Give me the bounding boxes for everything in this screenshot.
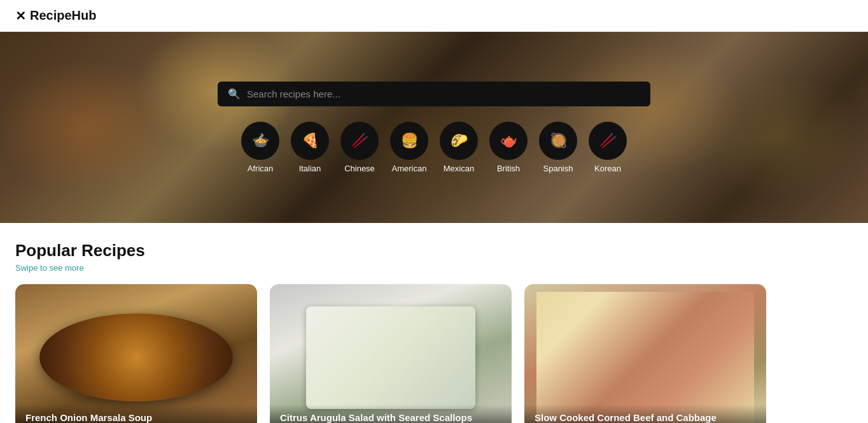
recipe-card-recipe-3[interactable]: Slow Cooked Corned Beef and Cabbage — [524, 284, 766, 423]
recipe-title-bar: Citrus Arugula Salad with Seared Scallop… — [270, 405, 512, 423]
cuisine-item-african[interactable]: 🍲 African — [241, 122, 279, 173]
search-wrapper: 🔍 — [218, 82, 650, 106]
cuisine-icon-chinese: 🥢 — [351, 133, 368, 149]
cuisine-label-chinese: Chinese — [344, 164, 375, 173]
cuisine-item-chinese[interactable]: 🥢 Chinese — [340, 122, 379, 173]
cuisine-circle-british: 🫖 — [489, 122, 528, 160]
search-input[interactable] — [247, 89, 640, 99]
cuisine-item-italian[interactable]: 🍕 Italian — [291, 122, 329, 173]
app-name: RecipeHub — [30, 8, 96, 23]
cuisine-item-korean[interactable]: 🥢 Korean — [589, 122, 627, 173]
cuisine-icon-british: 🫖 — [500, 133, 517, 149]
cuisine-icon-spanish: 🥘 — [550, 133, 567, 149]
cuisine-icon-mexican: 🌮 — [451, 133, 468, 149]
recipe-title: French Onion Marsala Soup — [25, 412, 152, 423]
cuisine-circle-italian: 🍕 — [291, 122, 329, 160]
popular-recipes-section: Popular Recipes Swipe to see more French… — [0, 223, 868, 423]
navbar: ✕ RecipeHub — [0, 0, 868, 32]
cuisine-label-african: African — [248, 164, 273, 173]
search-bar: 🔍 — [218, 82, 650, 106]
cuisine-label-spanish: Spanish — [543, 164, 573, 173]
cuisine-circle-korean: 🥢 — [589, 122, 627, 160]
recipe-title-bar: Slow Cooked Corned Beef and Cabbage — [524, 405, 766, 423]
cuisine-icon-american: 🍔 — [401, 133, 418, 149]
recipe-title: Slow Cooked Corned Beef and Cabbage — [535, 412, 717, 423]
section-title: Popular Recipes — [15, 241, 853, 261]
cuisine-icon-korean: 🥢 — [599, 133, 617, 149]
cuisine-label-british: British — [497, 164, 520, 173]
recipe-card-recipe-2[interactable]: Citrus Arugula Salad with Seared Scallop… — [270, 284, 512, 423]
cuisine-row: 🍲 African 🍕 Italian 🥢 Chinese 🍔 American… — [241, 122, 627, 173]
cuisine-circle-spanish: 🥘 — [539, 122, 577, 160]
cuisine-item-mexican[interactable]: 🌮 Mexican — [440, 122, 478, 173]
recipe-cards-container: French Onion Marsala Soup Citrus Arugula… — [15, 284, 853, 423]
cuisine-circle-american: 🍔 — [390, 122, 428, 160]
cuisine-circle-mexican: 🌮 — [440, 122, 478, 160]
logo[interactable]: ✕ RecipeHub — [15, 8, 96, 24]
cuisine-label-korean: Korean — [594, 164, 621, 173]
cuisine-label-mexican: Mexican — [444, 164, 474, 173]
logo-icon: ✕ — [15, 8, 26, 24]
cuisine-circle-african: 🍲 — [241, 122, 279, 160]
search-icon: 🔍 — [228, 88, 241, 100]
cuisine-item-spanish[interactable]: 🥘 Spanish — [539, 122, 577, 173]
cuisine-icon-african: 🍲 — [252, 133, 269, 149]
cuisine-label-american: American — [392, 164, 427, 173]
cuisine-label-italian: Italian — [299, 164, 321, 173]
recipe-title-bar: French Onion Marsala Soup — [15, 405, 257, 423]
recipe-card-recipe-1[interactable]: French Onion Marsala Soup — [15, 284, 257, 423]
cuisine-icon-italian: 🍕 — [302, 133, 319, 149]
cuisine-item-american[interactable]: 🍔 American — [390, 122, 428, 173]
cuisine-item-british[interactable]: 🫖 British — [489, 122, 528, 173]
hero-section: 🔍 🍲 African 🍕 Italian 🥢 Chinese 🍔 Americ… — [0, 32, 868, 223]
cuisine-circle-chinese: 🥢 — [340, 122, 379, 160]
swipe-hint: Swipe to see more — [15, 263, 853, 273]
recipe-title: Citrus Arugula Salad with Seared Scallop… — [280, 412, 472, 423]
